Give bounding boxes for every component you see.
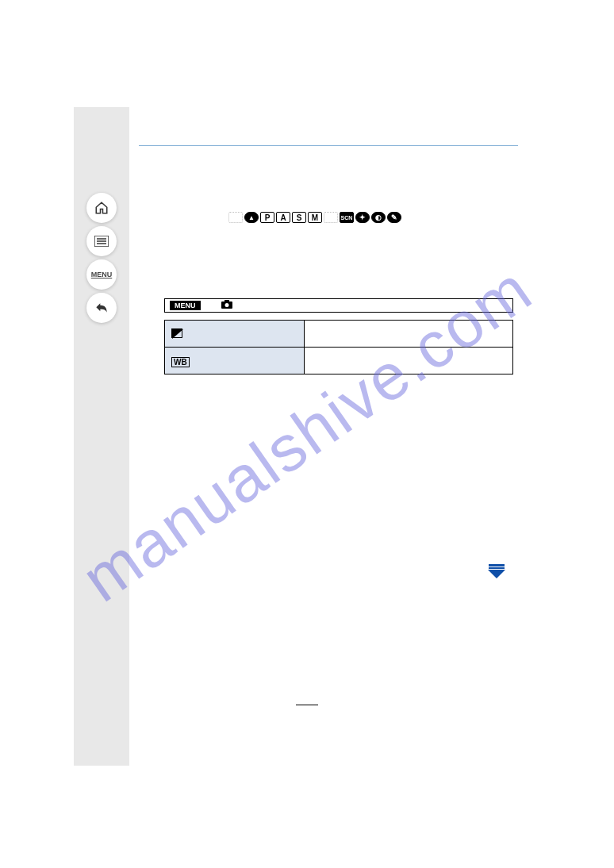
mode-icon-m: M — [308, 212, 322, 223]
back-icon — [94, 301, 109, 314]
menu-label: MENU — [170, 301, 201, 310]
mode-icon-p: P — [260, 212, 274, 223]
next-page-arrow[interactable] — [489, 564, 506, 582]
menu-button-label: MENU — [91, 271, 113, 278]
setting-value-cell — [304, 348, 512, 374]
setting-label-cell: WB — [165, 348, 305, 374]
mode-icon-sport: ✦ — [355, 212, 370, 223]
camera-icon — [221, 300, 232, 311]
setting-label-cell — [165, 321, 305, 348]
svg-rect-5 — [224, 300, 229, 302]
toc-button[interactable] — [86, 226, 117, 256]
mode-icon-a: A — [276, 212, 290, 223]
svg-point-6 — [224, 303, 228, 307]
arrow-line — [489, 564, 505, 567]
mode-icon-ia2: ▲ — [244, 212, 259, 223]
page-content: ▲ P A S M SCN ✦ ◐ ✎ MENU WB — [139, 107, 518, 146]
table-row: WB — [165, 348, 513, 374]
mode-icons-row: ▲ P A S M SCN ✦ ◐ ✎ — [228, 212, 401, 223]
white-balance-icon: WB — [171, 357, 190, 367]
mode-icon-video — [324, 212, 338, 223]
sidebar: MENU — [74, 107, 129, 766]
mode-icon-s: S — [292, 212, 306, 223]
mode-icon-creative: ✎ — [387, 212, 401, 223]
setting-value-cell — [304, 321, 512, 348]
arrow-line — [489, 567, 505, 569]
settings-table: WB — [164, 320, 513, 374]
table-row — [165, 321, 513, 348]
mode-icon-scn: SCN — [340, 212, 354, 223]
mode-icon-ia — [228, 212, 243, 223]
divider — [139, 145, 518, 146]
menu-button[interactable]: MENU — [86, 259, 117, 290]
mode-icon-portrait: ◐ — [371, 212, 386, 223]
toc-icon — [94, 236, 109, 247]
page-number — [0, 701, 614, 709]
back-button[interactable] — [86, 293, 117, 323]
menu-path-bar: MENU — [164, 298, 513, 313]
chevron-down-icon — [488, 570, 505, 578]
home-icon — [94, 201, 109, 215]
ev-compensation-icon — [171, 328, 182, 338]
home-button[interactable] — [86, 193, 117, 223]
